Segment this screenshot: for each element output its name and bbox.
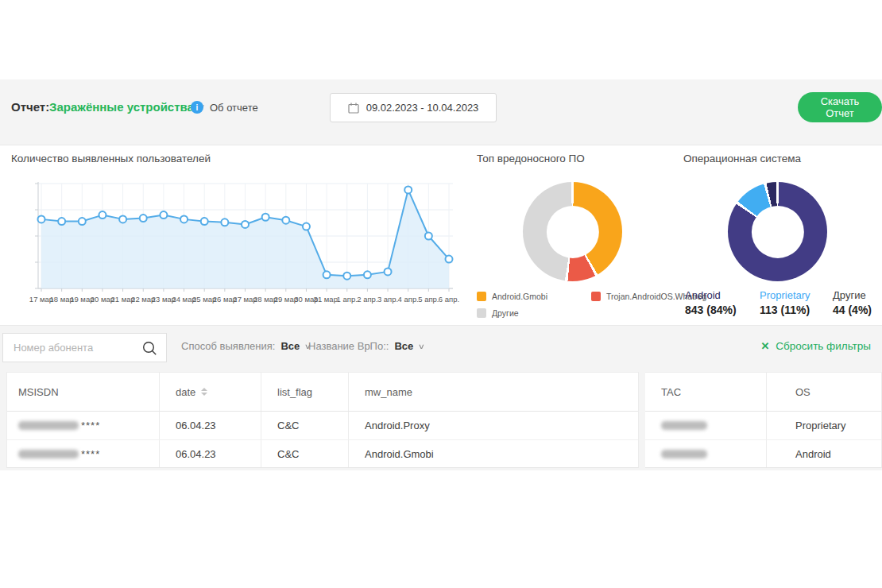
os-donut-chart [728, 182, 827, 281]
table-row: Proprietary [645, 412, 881, 439]
malware-name-filter[interactable]: Название ВрПо:: Все ∨ [308, 340, 424, 352]
svg-text:3 апр.: 3 апр. [377, 295, 398, 304]
mw-name-cell: Android.Proxy [349, 412, 638, 439]
date-range-picker[interactable]: 09.02.2023 - 10.04.2023 [330, 93, 497, 122]
table-row: **** 06.04.23 C&C Android.Gmobi [7, 439, 638, 467]
tac-cell [645, 412, 767, 439]
search-input[interactable] [3, 334, 138, 362]
column-header-date[interactable]: date [160, 373, 261, 411]
svg-text:4 апр.: 4 апр. [398, 295, 419, 304]
redacted-msisdn [18, 450, 79, 458]
msisdn-cell: **** [7, 412, 160, 439]
close-icon: ✕ [760, 340, 769, 352]
os-stat-other: Другие 44 (4%) [833, 289, 872, 316]
malware-donut-title: Топ вредоносного ПО [477, 153, 585, 164]
results-table-left: MSISDN date list_flag mw_name **** 06.04… [6, 372, 639, 468]
about-report-link[interactable]: i Об отчете [191, 101, 258, 114]
redacted-tac [661, 421, 707, 430]
list-flag-cell: C&C [261, 440, 349, 467]
os-cell: Android [767, 440, 880, 467]
legend-label: Другие [492, 308, 519, 318]
reset-filters-button[interactable]: ✕ Сбросить фильтры [760, 340, 871, 352]
mw-name-cell: Android.Gmobi [349, 440, 638, 467]
column-header-os: OS [767, 373, 880, 411]
report-type-dropdown[interactable]: Заражённые устройства ∨ [49, 100, 204, 114]
list-flag-cell: C&C [261, 412, 349, 439]
users-line-chart: 17 мар18 мар19 мар20 мар21 мар22 мар23 м… [0, 177, 465, 311]
os-cell: Proprietary [767, 412, 880, 439]
svg-text:2 апр.: 2 апр. [357, 295, 377, 304]
legend-item: Android.Gmobi [477, 292, 547, 301]
redacted-tac [661, 450, 707, 458]
msisdn-cell: **** [7, 440, 160, 467]
chevron-down-icon: ∨ [418, 342, 425, 350]
info-icon: i [191, 101, 203, 114]
line-chart-title: Количество выявленных пользователей [11, 153, 211, 164]
legend-item: Другие [477, 308, 519, 318]
report-label: Отчет: [11, 100, 49, 114]
date-range-value: 09.02.2023 - 10.04.2023 [366, 102, 479, 114]
calendar-icon [348, 103, 359, 114]
svg-text:5 апр.: 5 апр. [418, 295, 439, 304]
os-donut-title: Операционная система [683, 153, 801, 164]
results-table-right: TAC OS Proprietary Android [645, 372, 882, 468]
date-cell: 06.04.23 [160, 440, 261, 467]
os-stat-proprietary: Proprietary 113 (11%) [760, 289, 810, 316]
table-row: **** 06.04.23 C&C Android.Proxy [7, 412, 638, 439]
date-cell: 06.04.23 [160, 412, 261, 439]
legend-label: Android.Gmobi [492, 292, 547, 301]
malware-donut-chart [523, 182, 622, 281]
svg-text:6 апр.: 6 апр. [439, 295, 459, 304]
charts-panel: Количество выявленных пользователей 17 м… [0, 145, 882, 326]
legend-swatch-orange [477, 292, 486, 301]
redacted-msisdn [18, 421, 79, 430]
column-header-list-flag: list_flag [261, 373, 349, 411]
detection-method-filter[interactable]: Способ выявления: Все ∨ [181, 340, 311, 352]
table-row: Android [645, 439, 881, 467]
search-icon[interactable] [141, 340, 158, 357]
svg-text:1 апр.: 1 апр. [337, 295, 358, 304]
download-report-button[interactable]: Скачать Отчет [798, 92, 882, 122]
about-report-label: Об отчете [210, 102, 258, 114]
column-header-msisdn: MSISDN [7, 373, 160, 411]
os-stat-android: Android 843 (84%) [685, 289, 737, 316]
report-name: Заражённые устройства [49, 100, 194, 114]
subscriber-search-box [2, 333, 167, 362]
tac-cell [645, 440, 767, 467]
legend-swatch-gray [477, 308, 486, 318]
column-header-tac: TAC [645, 373, 767, 411]
sort-icon[interactable] [201, 388, 207, 396]
legend-swatch-red [591, 292, 601, 301]
column-header-mw-name: mw_name [349, 373, 638, 411]
